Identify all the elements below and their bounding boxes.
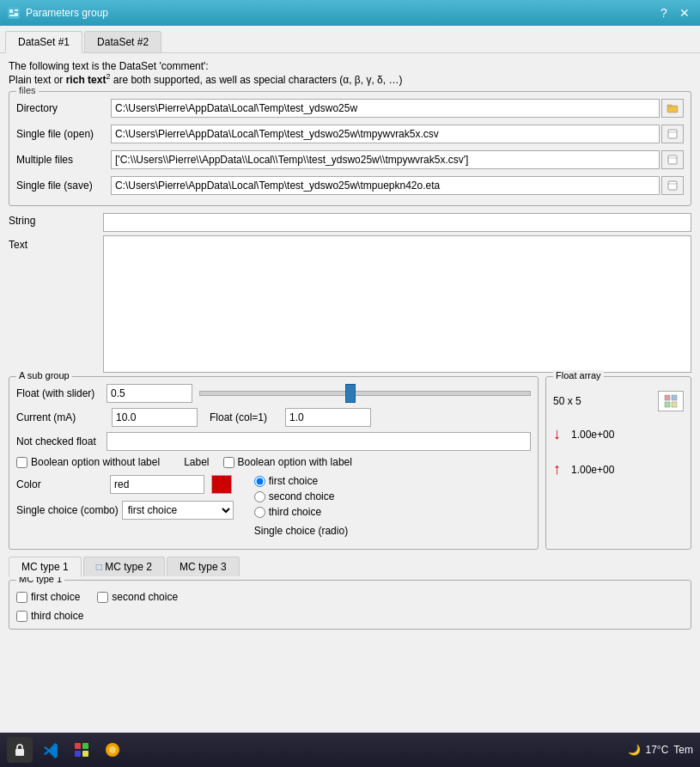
single-file-save-input[interactable] bbox=[111, 176, 660, 195]
fa-value-1: 1.00e+00 bbox=[571, 429, 614, 441]
mc-group: MC type 1 first choice second choice thi… bbox=[9, 580, 691, 630]
directory-browse-button[interactable] bbox=[661, 99, 684, 118]
svg-rect-16 bbox=[672, 402, 677, 407]
content-area: The following text is the DataSet 'comme… bbox=[0, 53, 700, 636]
taskbar-puzzle-icon[interactable] bbox=[69, 737, 94, 763]
radio-third-label: third choice bbox=[269, 506, 321, 518]
single-file-open-label: Single file (open) bbox=[16, 128, 111, 140]
mc-tab-2-label: MC type 2 bbox=[105, 561, 152, 573]
directory-input[interactable] bbox=[111, 99, 660, 118]
current-float-row: Current (mA) Float (col=1) bbox=[16, 408, 531, 427]
svg-rect-17 bbox=[15, 749, 24, 756]
float-slider-track[interactable] bbox=[199, 391, 531, 396]
directory-label: Directory bbox=[16, 102, 111, 114]
not-checked-input[interactable] bbox=[107, 432, 531, 451]
svg-rect-11 bbox=[668, 181, 677, 190]
fa-size-row: 50 x 5 bbox=[553, 391, 684, 411]
bottom-panels: A sub group Float (with slider) Current … bbox=[9, 376, 691, 550]
mc-item-third[interactable]: third choice bbox=[16, 610, 684, 622]
not-checked-label: Not checked float bbox=[16, 435, 107, 447]
fa-grid-button[interactable] bbox=[658, 391, 684, 411]
dataset-tab-bar: DataSet #1 DataSet #2 bbox=[0, 26, 700, 53]
bool-with-label-text: Boolean option with label bbox=[238, 456, 352, 468]
close-button[interactable]: ✕ bbox=[676, 4, 693, 21]
color-section: Color Single choice (combo) first choice… bbox=[16, 475, 234, 520]
main-window: DataSet #1 DataSet #2 The following text… bbox=[0, 26, 700, 636]
single-choice-combo-label: Single choice (combo) bbox=[16, 504, 119, 516]
bool-with-label-input[interactable] bbox=[223, 457, 234, 468]
svg-rect-19 bbox=[82, 743, 88, 749]
svg-rect-20 bbox=[75, 751, 81, 757]
mc-item-second[interactable]: second choice bbox=[97, 591, 178, 603]
bool-no-label-input[interactable] bbox=[16, 457, 27, 468]
radio-group: first choice second choice third choice bbox=[254, 475, 357, 518]
sub-group: A sub group Float (with slider) Current … bbox=[9, 376, 539, 550]
float-col1-input[interactable] bbox=[285, 408, 371, 427]
single-choice-radio-section: first choice second choice third choice bbox=[254, 475, 357, 537]
single-file-open-button[interactable] bbox=[661, 125, 684, 143]
svg-rect-18 bbox=[75, 743, 81, 749]
multiple-files-button[interactable] bbox=[661, 150, 684, 169]
svg-rect-15 bbox=[665, 402, 670, 407]
files-group: files Directory Single file (open) Multi… bbox=[9, 91, 691, 206]
mc-tab-3[interactable]: MC type 3 bbox=[167, 557, 240, 576]
radio-third-input[interactable] bbox=[254, 507, 265, 518]
bool-no-label-checkbox[interactable]: Boolean option without label bbox=[16, 456, 160, 468]
svg-rect-14 bbox=[672, 395, 677, 400]
float-slider-label: Float (with slider) bbox=[16, 387, 107, 399]
label-section-text: Label bbox=[184, 456, 209, 468]
mc-tab-2-icon: □ bbox=[96, 561, 102, 573]
mc-item-second-input[interactable] bbox=[97, 592, 108, 603]
svg-rect-13 bbox=[665, 395, 670, 400]
current-input[interactable] bbox=[112, 408, 198, 427]
app-icon bbox=[7, 6, 21, 20]
string-input[interactable] bbox=[103, 213, 691, 232]
string-row: String bbox=[9, 213, 691, 232]
taskbar-vscode-icon[interactable] bbox=[38, 737, 64, 763]
taskbar-lock-icon[interactable] bbox=[7, 737, 33, 763]
radio-first[interactable]: first choice bbox=[254, 475, 357, 487]
multiple-files-row: Multiple files bbox=[16, 147, 684, 169]
radio-second[interactable]: second choice bbox=[254, 490, 357, 502]
mc-tab-1[interactable]: MC type 1 bbox=[9, 557, 82, 577]
float-array-panel: Float array 50 x 5 ↓ 1.00e+00 bbox=[545, 376, 691, 550]
svg-rect-7 bbox=[668, 130, 677, 138]
help-button[interactable]: ? bbox=[655, 4, 673, 21]
mc-item-second-label: second choice bbox=[112, 591, 178, 603]
svg-rect-6 bbox=[667, 105, 672, 107]
svg-point-23 bbox=[109, 746, 116, 753]
color-swatch[interactable] bbox=[211, 475, 232, 494]
color-label: Color bbox=[16, 478, 107, 490]
mc-item-first-label: first choice bbox=[31, 591, 80, 603]
fa-row-2: ↑ 1.00e+00 bbox=[553, 460, 684, 478]
mc-items: first choice second choice third choice bbox=[16, 587, 684, 622]
mc-item-first[interactable]: first choice bbox=[16, 591, 80, 603]
radio-third[interactable]: third choice bbox=[254, 506, 357, 518]
float-slider-input[interactable] bbox=[107, 384, 192, 403]
svg-rect-21 bbox=[82, 751, 88, 757]
radio-first-input[interactable] bbox=[254, 476, 265, 487]
mc-item-first-input[interactable] bbox=[16, 592, 27, 603]
mc-item-third-input[interactable] bbox=[16, 611, 27, 622]
bool-with-label-checkbox[interactable]: Boolean option with label bbox=[223, 456, 352, 468]
tab-dataset2[interactable]: DataSet #2 bbox=[84, 31, 161, 52]
comment-text: The following text is the DataSet 'comme… bbox=[9, 60, 691, 86]
single-choice-combo-select[interactable]: first choice second choice third choice bbox=[122, 501, 234, 520]
tab-dataset1[interactable]: DataSet #1 bbox=[5, 31, 82, 53]
taskbar: 🌙 17°C Tem bbox=[0, 733, 700, 767]
text-label: Text bbox=[9, 235, 103, 251]
current-label: Current (mA) bbox=[16, 411, 107, 423]
color-input[interactable] bbox=[110, 475, 204, 494]
radio-second-input[interactable] bbox=[254, 491, 265, 502]
mc-tab-2[interactable]: □ MC type 2 bbox=[83, 557, 165, 576]
mc-tab-bar: MC type 1 □ MC type 2 MC type 3 bbox=[9, 557, 691, 576]
single-file-open-input[interactable] bbox=[111, 125, 660, 143]
float-col1-label: Float (col=1) bbox=[203, 411, 280, 423]
bool-no-label-text: Boolean option without label bbox=[31, 456, 160, 468]
not-checked-row: Not checked float bbox=[16, 432, 531, 451]
multiple-files-input[interactable] bbox=[111, 150, 660, 169]
taskbar-circle-icon[interactable] bbox=[100, 737, 125, 763]
single-file-save-button[interactable] bbox=[661, 176, 684, 195]
text-input[interactable] bbox=[103, 235, 691, 373]
taskbar-weather-icon: 🌙 bbox=[628, 744, 641, 756]
